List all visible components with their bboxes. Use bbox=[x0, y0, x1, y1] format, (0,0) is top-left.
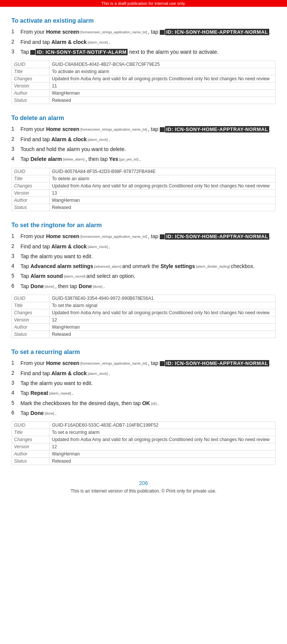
section-set-ringtone: To set the ringtone for an alarm1From yo… bbox=[11, 222, 276, 338]
step-item: 4Tap Delete alarm [delete_alarm] , then … bbox=[11, 155, 276, 163]
step-item: 6Tap Done [done] . bbox=[11, 409, 276, 417]
step-item: 2Find and tap Alarm & clock [alarm_clock… bbox=[11, 136, 276, 143]
step-content: Tap Done [done] , then tap Done [done] . bbox=[20, 282, 276, 290]
step-tag: [homescreen_strings_application_name_txt… bbox=[80, 128, 148, 131]
step-item: 1From your Home screen [homescreen_strin… bbox=[11, 359, 276, 367]
section-activate-alarm: To activate an existing alarm1From your … bbox=[11, 17, 276, 104]
meta-value: Updated from Aoba Amy and valid for all … bbox=[50, 309, 276, 317]
meta-row: Version11 bbox=[12, 82, 276, 89]
meta-value: GUID-C8A84DE5-4042-4B27-BC9A-CBE7C9F79E2… bbox=[50, 61, 276, 68]
step-content: From your Home screen [homescreen_string… bbox=[20, 125, 276, 133]
meta-value: Released bbox=[50, 204, 276, 211]
meta-row: StatusReleased bbox=[12, 458, 276, 465]
step-bold-text: OK bbox=[142, 400, 150, 406]
step-number: 2 bbox=[11, 136, 20, 143]
step-number: 5 bbox=[11, 272, 20, 280]
meta-row: TitleTo set the alarm signal bbox=[12, 302, 276, 309]
meta-label: Author bbox=[12, 324, 50, 331]
step-tag: [homescreen_strings_application_name_txt… bbox=[80, 362, 148, 365]
meta-row: ChangesUpdated from Aoba Amy and valid f… bbox=[12, 75, 276, 82]
meta-label: Status bbox=[12, 97, 50, 104]
step-number: 1 bbox=[11, 125, 20, 133]
highlight-text: ID: ICN-SONY-STAT-NOTIFY-ALARM bbox=[36, 49, 128, 55]
meta-label: Version bbox=[12, 443, 50, 451]
step-number: 4 bbox=[11, 155, 20, 163]
meta-label: Changes bbox=[12, 436, 50, 443]
meta-label: Title bbox=[12, 429, 50, 436]
step-bold-text: Alarm sound bbox=[30, 273, 63, 279]
step-tag: [alarm_sound] bbox=[63, 274, 86, 278]
step-tag: [alarm_repeat] bbox=[48, 391, 72, 395]
step-content: From your Home screen [homescreen_string… bbox=[20, 359, 276, 367]
step-item: 1From your Home screen [homescreen_strin… bbox=[11, 232, 276, 240]
step-item: 2Find and tap Alarm & clock [alarm_clock… bbox=[11, 370, 276, 377]
step-tag: [done] bbox=[44, 412, 55, 415]
step-bold-text: Advanced alarm settings bbox=[30, 263, 93, 269]
meta-value: GUID-80576A84-8F35-42D3-B98F-978772FBA94… bbox=[50, 168, 276, 175]
step-item: 2Find and tap Alarm & clock [alarm_clock… bbox=[11, 243, 276, 250]
step-item: 3Touch and hold the alarm you want to de… bbox=[11, 145, 276, 153]
step-tag: [done] bbox=[44, 285, 55, 288]
meta-value: GUID-F16ADE60-533C-483E-ADB7-104FBC199F5… bbox=[50, 422, 276, 429]
highlight-icon bbox=[160, 30, 165, 35]
highlight-text: ID: ICN-SONY-HOME-APPTRAY-NORMAL bbox=[165, 126, 269, 133]
meta-row: AuthorWangHerman bbox=[12, 451, 276, 458]
highlight-text: ID: ICN-SONY-HOME-APPTRAY-NORMAL bbox=[165, 360, 269, 366]
step-content: Tap Done [done] . bbox=[20, 409, 276, 417]
step-tag: [homescreen_strings_application_name_txt… bbox=[80, 30, 148, 34]
meta-label: Version bbox=[12, 189, 50, 196]
section-delete-alarm: To delete an alarm1From your Home screen… bbox=[11, 115, 276, 211]
footer-text: This is an Internet version of this publ… bbox=[11, 488, 276, 494]
step-tag: [advanced_alarm] bbox=[93, 265, 122, 268]
step-content: Mark the checkboxes for the desired days… bbox=[20, 399, 276, 407]
meta-value: WangHerman bbox=[50, 324, 276, 331]
step-tag: [done] bbox=[92, 285, 103, 288]
step-tag: [alarm_clock] bbox=[87, 372, 109, 376]
meta-label: Author bbox=[12, 451, 50, 458]
step-bold-text: Alarm & clock bbox=[51, 243, 87, 249]
highlight-icon bbox=[160, 361, 165, 366]
section-title-set-recurring: To set a recurring alarm bbox=[11, 349, 276, 356]
meta-label: Author bbox=[12, 196, 50, 204]
page-number: 206 bbox=[11, 480, 276, 486]
meta-value: GUID-53876E40-3354-4940-9972-990B678E56A… bbox=[50, 295, 276, 302]
meta-row: AuthorWangHerman bbox=[12, 324, 276, 331]
meta-label: Author bbox=[12, 89, 50, 97]
step-number: 3 bbox=[11, 253, 20, 260]
step-item: 4Tap Repeat [alarm_repeat] . bbox=[11, 389, 276, 397]
step-number: 6 bbox=[11, 409, 20, 417]
step-content: Touch and hold the alarm you want to del… bbox=[20, 145, 276, 153]
step-bold-text: Alarm & clock bbox=[51, 136, 87, 142]
meta-row: StatusReleased bbox=[12, 331, 276, 338]
page-footer: 206 This is an Internet version of this … bbox=[11, 480, 276, 501]
meta-row: TitleTo activate an existing alarm bbox=[12, 68, 276, 75]
step-number: 2 bbox=[11, 38, 20, 46]
step-tag: [gui_yes_txt] bbox=[118, 157, 139, 161]
section-title-set-ringtone: To set the ringtone for an alarm bbox=[11, 222, 276, 229]
step-content: Tap Alarm sound [alarm_sound] and select… bbox=[20, 272, 276, 280]
highlight-icon bbox=[30, 50, 35, 55]
meta-row: StatusReleased bbox=[12, 204, 276, 211]
meta-value: 12 bbox=[50, 443, 276, 451]
step-tag: [alarm_clock] bbox=[87, 245, 109, 248]
step-bold-text: Home screen bbox=[46, 360, 80, 366]
step-number: 6 bbox=[11, 282, 20, 290]
highlight-text: ID: ICN-SONY-HOME-APPTRAY-NORMAL bbox=[165, 233, 269, 240]
step-number: 3 bbox=[11, 379, 20, 387]
meta-label: Title bbox=[12, 302, 50, 309]
meta-row: TitleTo set a recurring alarm bbox=[12, 429, 276, 436]
meta-value: Updated from Aoba Amy and valid for all … bbox=[50, 182, 276, 189]
meta-row: Version13 bbox=[12, 189, 276, 196]
step-content: Find and tap Alarm & clock [alarm_clock]… bbox=[20, 38, 276, 46]
step-number: 4 bbox=[11, 262, 20, 270]
step-content: Tap Delete alarm [delete_alarm] , then t… bbox=[20, 155, 276, 163]
meta-label: Changes bbox=[12, 182, 50, 189]
step-content: Tap ID: ICN-SONY-STAT-NOTIFY-ALARM next … bbox=[20, 48, 276, 56]
step-tag: [alarm_divider_styling] bbox=[195, 265, 231, 268]
meta-table-delete-alarm: GUIDGUID-80576A84-8F35-42D3-B98F-978772F… bbox=[11, 168, 276, 211]
meta-table-activate-alarm: GUIDGUID-C8A84DE5-4042-4B27-BC9A-CBE7C9F… bbox=[11, 61, 276, 104]
meta-value: 13 bbox=[50, 189, 276, 196]
meta-label: Changes bbox=[12, 309, 50, 317]
step-number: 1 bbox=[11, 232, 20, 240]
step-content: Tap Advanced alarm settings [advanced_al… bbox=[20, 262, 276, 270]
